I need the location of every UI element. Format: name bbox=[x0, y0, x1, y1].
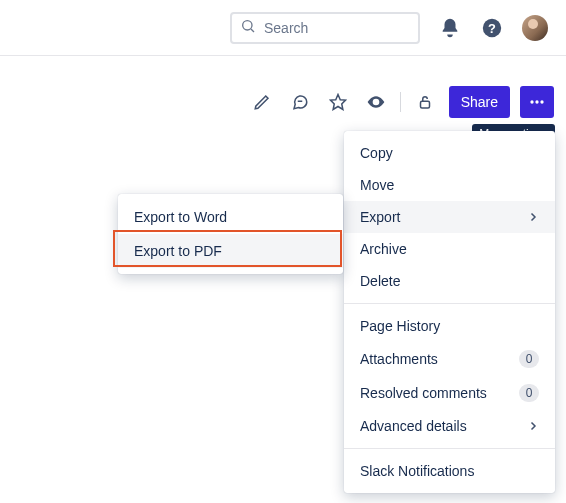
chevron-right-icon bbox=[527, 211, 539, 223]
menu-label: Resolved comments bbox=[360, 385, 487, 401]
submenu-item-word[interactable]: Export to Word bbox=[118, 200, 343, 234]
svg-point-0 bbox=[243, 21, 252, 30]
menu-item-delete[interactable]: Delete bbox=[344, 265, 555, 297]
watch-icon[interactable] bbox=[362, 88, 390, 116]
more-actions-menu: Copy Move Export Archive Delete Page His… bbox=[344, 131, 555, 493]
comment-icon[interactable] bbox=[286, 88, 314, 116]
export-submenu: Export to Word Export to PDF bbox=[118, 194, 343, 274]
menu-item-archive[interactable]: Archive bbox=[344, 233, 555, 265]
edit-icon[interactable] bbox=[248, 88, 276, 116]
svg-rect-7 bbox=[420, 101, 429, 108]
menu-label: Export bbox=[360, 209, 400, 225]
notifications-icon[interactable] bbox=[438, 16, 462, 40]
restrictions-icon[interactable] bbox=[411, 88, 439, 116]
attachments-count-badge: 0 bbox=[519, 350, 539, 368]
menu-label: Advanced details bbox=[360, 418, 467, 434]
resolved-count-badge: 0 bbox=[519, 384, 539, 402]
menu-item-attachments[interactable]: Attachments 0 bbox=[344, 342, 555, 376]
toolbar-separator bbox=[400, 92, 401, 112]
menu-item-copy[interactable]: Copy bbox=[344, 137, 555, 169]
top-bar: ? bbox=[0, 0, 566, 56]
star-icon[interactable] bbox=[324, 88, 352, 116]
menu-item-slack[interactable]: Slack Notifications bbox=[344, 455, 555, 487]
menu-label: Archive bbox=[360, 241, 407, 257]
menu-label: Copy bbox=[360, 145, 393, 161]
avatar[interactable] bbox=[522, 15, 548, 41]
search-icon bbox=[240, 18, 256, 37]
menu-label: Move bbox=[360, 177, 394, 193]
chevron-right-icon bbox=[527, 420, 539, 432]
header-actions: ? bbox=[438, 15, 548, 41]
svg-text:?: ? bbox=[488, 20, 496, 35]
menu-item-page-history[interactable]: Page History bbox=[344, 310, 555, 342]
svg-point-8 bbox=[530, 100, 533, 103]
svg-line-1 bbox=[251, 29, 254, 32]
svg-point-10 bbox=[540, 100, 543, 103]
share-button[interactable]: Share bbox=[449, 86, 510, 118]
menu-label: Page History bbox=[360, 318, 440, 334]
menu-label: Delete bbox=[360, 273, 400, 289]
svg-point-9 bbox=[535, 100, 538, 103]
more-actions-button[interactable] bbox=[520, 86, 554, 118]
menu-label: Attachments bbox=[360, 351, 438, 367]
svg-point-6 bbox=[374, 100, 377, 103]
svg-marker-5 bbox=[330, 95, 345, 110]
menu-item-resolved-comments[interactable]: Resolved comments 0 bbox=[344, 376, 555, 410]
menu-separator bbox=[344, 303, 555, 304]
menu-item-advanced-details[interactable]: Advanced details bbox=[344, 410, 555, 442]
menu-separator bbox=[344, 448, 555, 449]
menu-item-export[interactable]: Export bbox=[344, 201, 555, 233]
search-field[interactable] bbox=[230, 12, 420, 44]
page-toolbar: Share bbox=[248, 86, 554, 118]
submenu-item-pdf[interactable]: Export to PDF bbox=[118, 234, 343, 268]
search-input[interactable] bbox=[262, 19, 410, 37]
menu-label: Slack Notifications bbox=[360, 463, 474, 479]
help-icon[interactable]: ? bbox=[480, 16, 504, 40]
menu-item-move[interactable]: Move bbox=[344, 169, 555, 201]
